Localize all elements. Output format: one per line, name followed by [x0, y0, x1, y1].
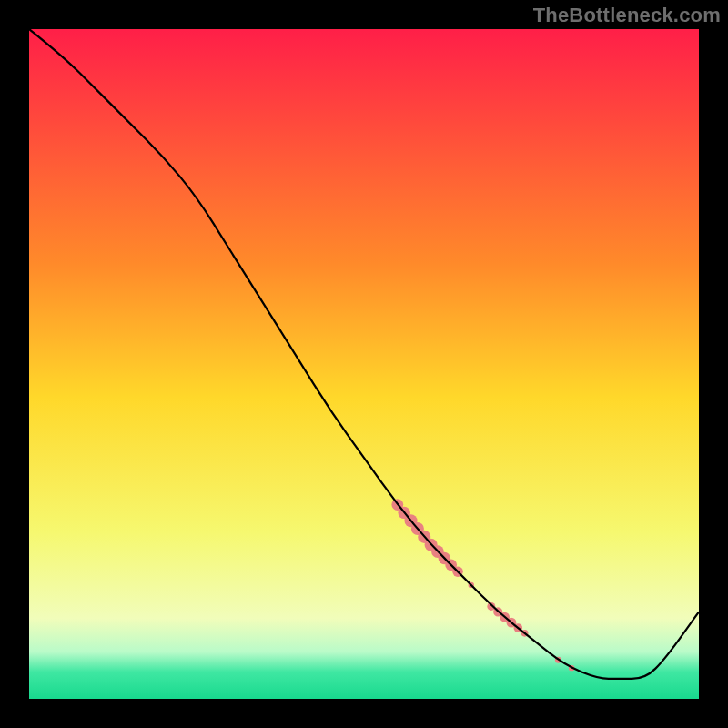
watermark-label: TheBottleneck.com	[533, 4, 721, 27]
plot-area	[29, 29, 699, 699]
chart-svg	[29, 29, 699, 699]
chart-container: TheBottleneck.com	[0, 0, 728, 728]
gradient-background	[29, 29, 699, 699]
